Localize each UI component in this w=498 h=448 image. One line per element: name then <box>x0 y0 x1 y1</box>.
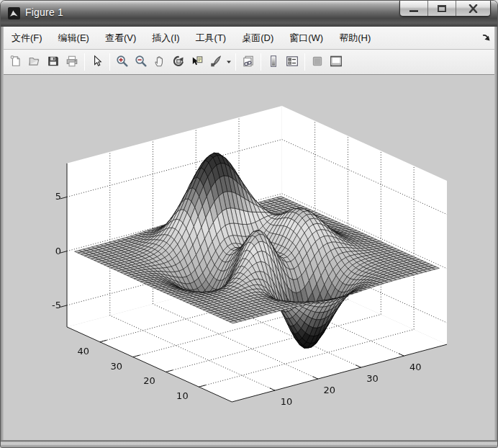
matlab-logo-icon <box>8 7 20 19</box>
figure-plot-canvas[interactable] <box>4 75 496 442</box>
menu-item-window[interactable]: 窗口(W) <box>281 27 331 49</box>
menu-item-tools[interactable]: 工具(T) <box>188 27 235 49</box>
maximize-icon <box>438 5 446 12</box>
menu-item-view[interactable]: 查看(V) <box>97 27 144 49</box>
window-frame-right <box>494 27 497 442</box>
pan-button[interactable] <box>150 53 169 71</box>
caption-buttons <box>399 1 491 17</box>
window-frame-bottom <box>1 440 497 447</box>
toolbar-separator <box>84 53 85 71</box>
toolbar-separator <box>235 53 236 71</box>
link-plot-button[interactable] <box>239 53 258 71</box>
window-title: Figure 1 <box>25 6 63 18</box>
menu-item-insert[interactable]: 插入(I) <box>144 27 187 49</box>
minimize-button[interactable] <box>400 1 428 16</box>
close-icon <box>468 4 478 13</box>
show-plot-tools-button[interactable] <box>327 53 345 71</box>
print-figure-button[interactable] <box>63 53 81 71</box>
insert-legend-button[interactable] <box>283 53 302 71</box>
figure-toolbar <box>4 50 496 75</box>
zoom-out-button[interactable] <box>132 53 150 71</box>
toolbar-separator <box>304 53 305 71</box>
open-file-icon <box>28 55 41 70</box>
dock-figure-icon[interactable] <box>481 32 492 42</box>
save-figure-icon <box>47 55 60 70</box>
brush-data-icon <box>209 55 222 70</box>
pan-icon <box>153 55 166 70</box>
title-bar[interactable]: Figure 1 <box>1 1 497 27</box>
hide-plot-tools-icon <box>311 55 324 70</box>
menu-item-file[interactable]: 文件(F) <box>4 27 50 49</box>
brush-dropdown-caret-icon[interactable] <box>225 53 232 71</box>
new-figure-button[interactable] <box>6 53 25 71</box>
toolbar-separator <box>261 53 261 71</box>
rotate-3d-icon <box>172 55 185 70</box>
insert-legend-icon <box>286 55 299 70</box>
brush-data-button[interactable] <box>207 53 225 71</box>
menu-item-edit[interactable]: 编辑(E) <box>50 27 97 49</box>
minimize-icon <box>409 10 418 12</box>
link-plot-icon <box>242 55 255 70</box>
figure-canvas-area <box>4 75 496 442</box>
new-figure-icon <box>9 55 22 70</box>
figure-window: Figure 1 文件(F)编辑(E)查看(V)插入(I)工具(T)桌面(D)窗… <box>0 0 498 448</box>
data-cursor-button[interactable] <box>188 53 207 71</box>
window-frame-left <box>1 27 4 442</box>
toolbar-separator <box>109 53 110 71</box>
maximize-button[interactable] <box>428 1 456 16</box>
print-figure-icon <box>65 55 78 70</box>
close-button[interactable] <box>456 1 490 16</box>
menu-item-help[interactable]: 帮助(H) <box>331 27 379 49</box>
menu-item-desktop[interactable]: 桌面(D) <box>234 27 281 49</box>
insert-colorbar-button[interactable] <box>264 53 283 71</box>
insert-colorbar-icon <box>267 55 280 70</box>
data-cursor-icon <box>191 55 204 70</box>
hide-plot-tools-button[interactable] <box>308 53 327 71</box>
show-plot-tools-icon <box>330 55 343 70</box>
edit-plot-icon <box>91 55 104 70</box>
zoom-in-button[interactable] <box>113 53 132 71</box>
rotate-3d-button[interactable] <box>169 53 188 71</box>
menu-bar: 文件(F)编辑(E)查看(V)插入(I)工具(T)桌面(D)窗口(W)帮助(H) <box>4 27 496 50</box>
save-figure-button[interactable] <box>44 53 63 71</box>
zoom-in-icon <box>116 55 129 70</box>
zoom-out-icon <box>135 55 148 70</box>
edit-plot-button[interactable] <box>88 53 107 71</box>
open-file-button[interactable] <box>25 53 44 71</box>
